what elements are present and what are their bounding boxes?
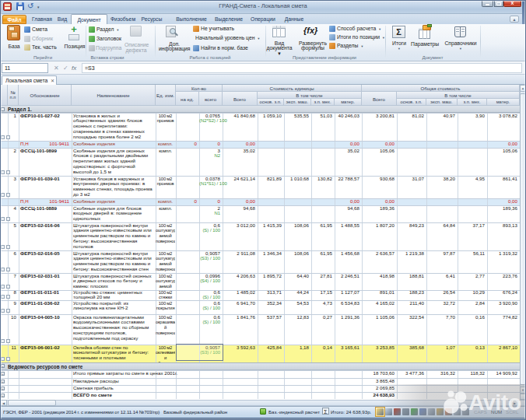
svg-text:Avito: Avito xyxy=(468,390,521,415)
